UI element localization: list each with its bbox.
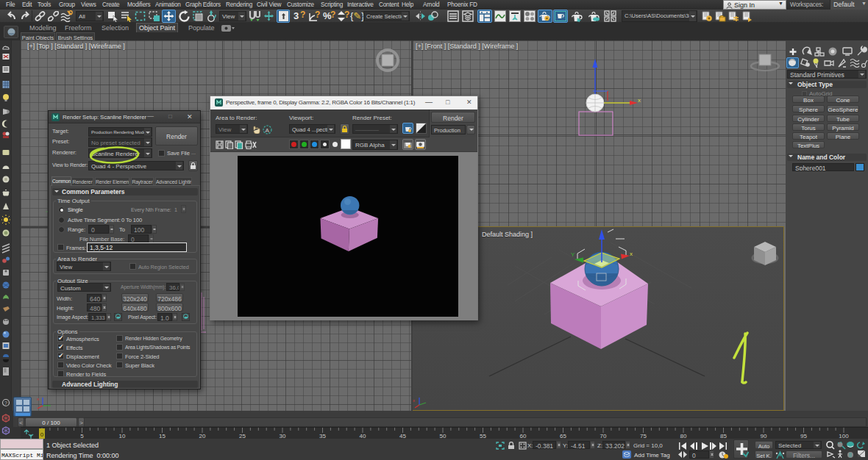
svg-text:Y: Y bbox=[571, 251, 575, 258]
svg-text:x: x bbox=[630, 251, 633, 257]
svg-text:?: ? bbox=[4, 400, 7, 406]
svg-text:x: x bbox=[413, 398, 415, 403]
svg-text:A: A bbox=[266, 127, 270, 134]
svg-text:x: x bbox=[37, 397, 39, 401]
svg-text:0: 0 bbox=[40, 431, 44, 438]
svg-text:x: x bbox=[638, 97, 641, 104]
